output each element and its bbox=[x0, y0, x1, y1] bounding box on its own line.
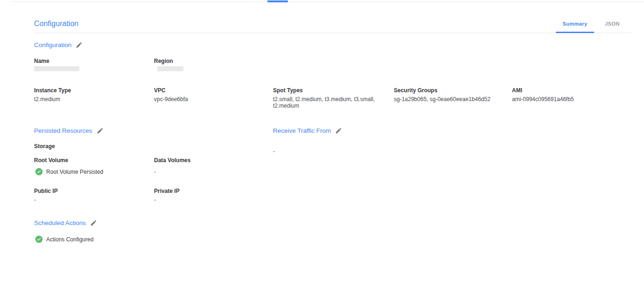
storage-group-label: Storage bbox=[34, 143, 55, 150]
name-field-value-redacted bbox=[34, 66, 79, 71]
public-ip-field-label: Public IP bbox=[34, 188, 58, 194]
private-ip-field-value: - bbox=[154, 197, 156, 203]
data-volumes-field-label: Data Volumes bbox=[154, 157, 190, 164]
receive-traffic-from-value: - bbox=[273, 148, 275, 155]
spot-types-field-value: t2.small, t2.medium, t3.medium, t3.small… bbox=[273, 96, 381, 109]
persisted-resources-section-title-text: Persisted Resources bbox=[34, 127, 92, 134]
region-field-value-redacted bbox=[157, 66, 183, 71]
scheduled-actions-section-title-text: Scheduled Actions bbox=[34, 219, 86, 226]
scheduled-actions-status: Actions Configured bbox=[35, 235, 93, 243]
tab-json[interactable]: JSON bbox=[597, 21, 628, 27]
edit-scheduled-actions-icon[interactable] bbox=[90, 219, 97, 226]
vpc-field-value: vpc-9dee6bfa bbox=[154, 96, 188, 103]
public-ip-field-value: - bbox=[34, 197, 36, 203]
edit-configuration-icon[interactable] bbox=[76, 41, 83, 48]
scheduled-actions-status-text: Actions Configured bbox=[46, 236, 93, 243]
receive-traffic-from-section-title-text: Receive Traffic From bbox=[273, 127, 331, 134]
scheduled-actions-section-title: Scheduled Actions bbox=[34, 219, 97, 226]
page-title: Configuration bbox=[34, 20, 78, 28]
root-volume-status-text: Root Volume Persisted bbox=[46, 169, 103, 175]
edit-persisted-resources-icon[interactable] bbox=[97, 127, 104, 134]
spot-types-field-label: Spot Types bbox=[273, 87, 303, 94]
ami-field-value: ami-0994c095691a46fb5 bbox=[512, 96, 574, 103]
check-circle-icon bbox=[35, 235, 43, 243]
active-tab-underline bbox=[556, 32, 594, 33]
check-circle-icon bbox=[35, 168, 43, 176]
data-volumes-field-value: - bbox=[154, 169, 156, 175]
persisted-resources-section-title: Persisted Resources bbox=[34, 127, 104, 134]
region-field-label: Region bbox=[154, 58, 173, 64]
name-field-label: Name bbox=[34, 58, 49, 64]
private-ip-field-label: Private IP bbox=[154, 188, 180, 194]
configuration-section-title: Configuration bbox=[34, 41, 83, 48]
vpc-field-label: VPC bbox=[154, 87, 166, 94]
security-groups-field-label: Security Groups bbox=[394, 87, 437, 94]
root-volume-status: Root Volume Persisted bbox=[35, 168, 103, 176]
root-volume-field-label: Root Volume bbox=[34, 157, 68, 164]
edit-receive-traffic-from-icon[interactable] bbox=[335, 127, 342, 134]
top-tab-indicator bbox=[267, 0, 288, 2]
top-tab-bar-divider bbox=[11, 1, 644, 2]
header-divider bbox=[34, 33, 631, 33]
security-groups-field-value: sg-1a29b065, sg-0eae60eeae1b46d52 bbox=[394, 96, 490, 103]
tab-summary[interactable]: Summary bbox=[556, 21, 594, 27]
receive-traffic-from-section-title: Receive Traffic From bbox=[273, 127, 342, 134]
configuration-section-title-text: Configuration bbox=[34, 41, 71, 48]
ami-field-label: AMI bbox=[512, 87, 522, 94]
instance-type-field-label: Instance Type bbox=[34, 87, 71, 94]
instance-type-field-value: t2.medium bbox=[34, 96, 60, 103]
